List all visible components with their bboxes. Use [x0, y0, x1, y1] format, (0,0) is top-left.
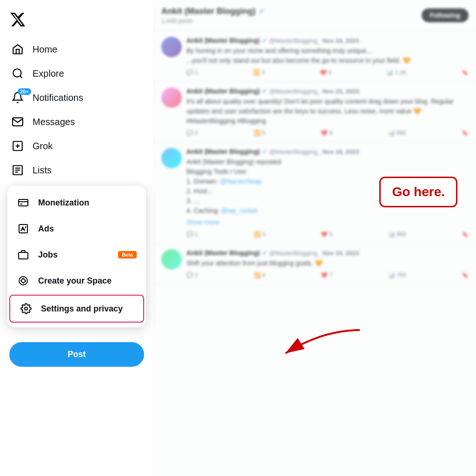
svg-point-16 — [19, 277, 27, 285]
main-content: Ankit (Master Blogging) ✓ 1,449 posts Fo… — [153, 0, 476, 476]
profile-name: Ankit (Master Blogging) ✓ — [161, 7, 264, 16]
sidebar-item-label: Explore — [33, 68, 64, 79]
follow-button[interactable]: Following — [422, 8, 469, 22]
ads-icon — [17, 222, 30, 235]
dropdown-item-label: Jobs — [38, 250, 58, 260]
sidebar-item-explore[interactable]: Explore — [4, 61, 150, 86]
home-icon — [11, 43, 24, 56]
avatar — [161, 148, 182, 168]
notification-badge: 20+ — [18, 88, 31, 95]
dropdown-item-ads[interactable]: Ads — [7, 216, 146, 242]
sidebar-item-home[interactable]: Home — [4, 37, 150, 61]
monetization-icon — [17, 196, 30, 209]
dropdown-item-monetization[interactable]: Monetization — [7, 190, 146, 216]
tweet-author: Ankit (Master Blogging) ✓ @MasterBloggin… — [186, 148, 469, 155]
annotation-arrow — [276, 325, 369, 363]
dropdown-item-label: Monetization — [38, 198, 89, 208]
tweet-text: It's all about quality over quantity! Do… — [186, 97, 469, 126]
microphone-icon — [17, 274, 30, 287]
tweet-actions: 💬 2 🔁 5 ❤️ 8 📊 890 🔖 — [186, 130, 469, 136]
svg-rect-15 — [19, 252, 28, 259]
sidebar-item-lists[interactable]: Lists — [4, 158, 150, 182]
sidebar-item-messages[interactable]: Messages — [4, 110, 150, 134]
annotation-callout: Go here. — [379, 177, 457, 207]
sidebar-item-notifications[interactable]: 20+ Notifications — [4, 86, 150, 110]
sidebar-item-label: Lists — [33, 165, 52, 176]
tweet-content: Ankit (Master Blogging) ✓ @MasterBloggin… — [186, 87, 469, 136]
lists-icon — [11, 164, 24, 177]
tweet-item: Ankit (Master Blogging) ✓ @MasterBloggin… — [154, 244, 476, 284]
sidebar-item-label: Grok — [33, 141, 53, 152]
avatar — [161, 87, 182, 108]
grok-icon — [11, 139, 24, 152]
svg-point-22 — [25, 307, 27, 310]
dropdown-item-label: Settings and privacy — [41, 304, 123, 314]
dropdown-menu: Monetization Ads Jobs — [7, 186, 146, 327]
sidebar-item-label: Messages — [33, 117, 75, 127]
sidebar: Home Explore 20+ Notifications — [0, 0, 153, 476]
explore-icon — [11, 67, 24, 80]
mail-icon — [11, 115, 24, 128]
tweet-text: Shift your attention from just blogging … — [186, 258, 469, 268]
profile-stats: 1,449 posts — [161, 17, 264, 24]
tweet-actions: 💬 1 🔁 3 ❤️ 5 📊 900 🔖 — [186, 231, 469, 238]
tweet-content: Ankit (Master Blogging) ✓ @MasterBloggin… — [186, 249, 469, 278]
tweet-author: Ankit (Master Blogging) ✓ @MasterBloggin… — [186, 87, 469, 95]
sidebar-item-label: Home — [33, 44, 57, 55]
dropdown-item-settings[interactable]: Settings and privacy — [9, 295, 144, 323]
jobs-icon — [17, 248, 30, 261]
tweet-author: Ankit (Master Blogging) ✓ @MasterBloggin… — [186, 37, 469, 44]
svg-rect-9 — [19, 199, 28, 206]
avatar — [161, 249, 182, 270]
dropdown-item-label: Create your Space — [38, 276, 112, 286]
tweet-content: Ankit (Master Blogging) ✓ @MasterBloggin… — [186, 37, 469, 76]
tweet-author: Ankit (Master Blogging) ✓ @MasterBloggin… — [186, 249, 469, 257]
dropdown-item-jobs[interactable]: Jobs Beta — [7, 242, 146, 268]
verified-badge: ✓ — [258, 7, 264, 16]
sidebar-item-grok[interactable]: Grok — [4, 134, 150, 158]
tweet-item: Ankit (Master Blogging) ✓ @MasterBloggin… — [154, 31, 476, 82]
svg-line-1 — [20, 76, 22, 78]
profile-header: Ankit (Master Blogging) ✓ 1,449 posts Fo… — [154, 0, 476, 31]
svg-point-17 — [21, 279, 25, 283]
dropdown-item-create-space[interactable]: Create your Space — [7, 268, 146, 294]
beta-badge: Beta — [118, 251, 137, 258]
dropdown-item-label: Ads — [38, 224, 54, 234]
tweet-actions: 💬 2 🔁 4 ❤️ 7 📊 750 🔖 — [186, 272, 469, 278]
avatar — [161, 37, 182, 57]
main-nav: Home Explore 20+ Notifications — [0, 37, 153, 182]
tweet-text: By honing in on your niche and offering … — [186, 46, 469, 66]
svg-point-0 — [13, 69, 21, 77]
x-logo[interactable] — [0, 6, 153, 35]
post-button[interactable]: Post — [9, 342, 144, 367]
gear-icon — [20, 302, 33, 315]
tweet-item: Ankit (Master Blogging) ✓ @MasterBloggin… — [154, 82, 476, 142]
post-button-container: Post — [0, 335, 153, 374]
tweet-actions: 💬 1 🔁 3 ❤️ 6 📊 1.2K 🔖 — [186, 69, 469, 76]
annotation-text: Go here. — [392, 185, 445, 199]
sidebar-item-label: Notifications — [33, 93, 83, 103]
bell-icon: 20+ — [11, 91, 24, 104]
